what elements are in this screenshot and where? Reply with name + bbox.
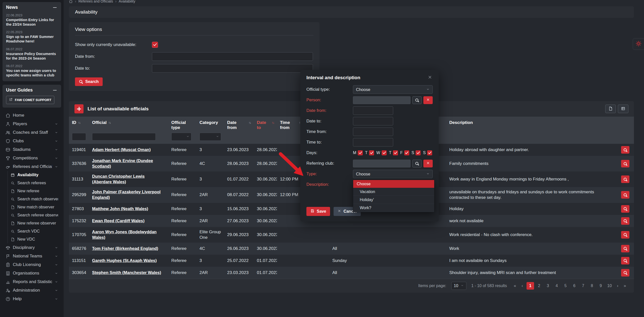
news-item[interactable]: 06.07.2022 You can now assign users to s… [3,62,61,79]
row-detail-button[interactable] [621,175,629,183]
column-header-date-from[interactable]: Date from ↑↓ [224,119,254,132]
last-page-button[interactable]: » [622,282,628,290]
sidebar-item-availability[interactable]: Availability [3,171,61,179]
export-file-button[interactable] [605,105,616,113]
add-interval-button[interactable] [74,104,84,113]
sidebar-item-coaches-and-staff[interactable]: Coaches and Staff [3,128,61,137]
row-detail-button[interactable] [621,231,629,239]
news-item[interactable]: 22.05.2023 Sign up to an FAW Summer Road… [3,28,61,45]
type-select[interactable]: Choose [353,170,433,178]
row-detail-button[interactable] [621,257,629,264]
official-link[interactable]: Aaron Wyn Jones (Bodelwyddan Wales) [92,230,156,240]
page-number-1[interactable]: 1 [527,282,534,290]
day-checkbox-s[interactable] [416,150,421,155]
close-button[interactable] [427,74,433,81]
page-number-3[interactable]: 3 [544,282,552,290]
type-option-choose[interactable]: Choose [353,180,434,188]
sidebar-item-new-match-observer[interactable]: New match observer [3,203,61,211]
person-search-button[interactable] [412,96,422,104]
sidebar-item-new-vdc[interactable]: New VDC [3,235,61,243]
sidebar-item-national-teams[interactable]: National Teams [3,252,61,260]
column-header-time-from[interactable]: Time from ↑↓ [277,119,304,132]
show-only-checkbox[interactable] [152,42,158,48]
official-link[interactable]: Duncan Christopher Lewis (Aberdare Wales… [92,174,145,184]
column-header-date-to[interactable]: Date to ↑↓ [254,119,277,132]
row-detail-button[interactable] [621,245,629,252]
day-checkbox-m[interactable] [358,150,363,155]
first-page-button[interactable]: « [512,282,518,290]
modal-date-to-input[interactable] [353,117,393,125]
row-detail-button[interactable] [621,146,629,154]
official-link[interactable]: Adam Herbert (Muscat Oman) [92,147,151,152]
person-input[interactable] [353,96,411,104]
day-checkbox-s[interactable] [427,150,432,155]
news-item[interactable]: 06.07.2022 Insurance Policy Documents fo… [3,46,61,62]
person-clear-button[interactable] [423,96,433,104]
type-option-vacation[interactable]: Vacation [353,188,434,196]
official-type-filter-select[interactable] [171,133,191,141]
page-number-6[interactable]: 6 [571,282,578,290]
date-from-input[interactable] [152,52,313,61]
day-checkbox-t[interactable] [393,150,398,155]
column-header[interactable]: ↑↓ [616,119,634,132]
official-link[interactable]: John Palmer (Fazakerley Liverpool Englan… [92,190,160,200]
sidebar-item-search-match-observers[interactable]: Search match observers [3,195,61,203]
day-checkbox-w[interactable] [382,150,387,155]
row-detail-button[interactable] [621,205,629,213]
sidebar-item-help[interactable]: Help [3,295,61,303]
referring-club-clear-button[interactable] [423,160,433,167]
type-option-holiday[interactable]: Holiday' [353,196,434,204]
column-settings-button[interactable] [618,105,628,113]
news-collapse-button[interactable] [53,6,58,9]
prev-page-button[interactable]: ‹ [519,282,525,290]
date-to-input[interactable] [152,64,313,73]
sidebar-item-search-referees[interactable]: Search referees [3,179,61,187]
sidebar-item-search-vdc[interactable]: Search VDC [3,227,61,235]
column-header-official-type[interactable]: Official type ↑↓ [168,119,196,132]
official-filter-input[interactable] [92,133,156,141]
official-link[interactable]: Stephen Smith (Manchester Wales) [92,270,161,275]
sidebar-item-club-licensing[interactable]: Club Licensing [3,260,61,269]
official-link[interactable]: Tom Fisher (Birkenhead England) [92,246,158,251]
sidebar-item-competitions[interactable]: Competitions [3,154,61,162]
row-detail-button[interactable] [621,217,629,225]
sidebar-item-stadiums[interactable]: Stadiums [3,145,61,154]
home-icon[interactable] [69,0,73,3]
sidebar-item-new-referee-observer[interactable]: New referee observer [3,219,61,227]
row-detail-button[interactable] [621,269,629,277]
column-header-id[interactable]: ID ↑↓ [69,119,89,132]
official-type-select[interactable]: Choose [353,85,433,94]
page-number-5[interactable]: 5 [562,282,569,290]
news-item[interactable]: 22.06.2023 Competition Entry Links for t… [3,12,61,28]
official-link[interactable]: Jonathan Mark Ervine (Dundee Scotland) [92,158,153,168]
id-filter-input[interactable] [72,133,86,141]
row-detail-button[interactable] [621,160,629,167]
referring-club-search-button[interactable] [412,160,422,167]
sidebar-item-clubs[interactable]: Clubs [3,137,61,145]
sidebar-item-home[interactable]: Home [3,111,61,120]
settings-flyout-button[interactable] [633,38,644,50]
referring-club-input[interactable] [353,160,411,167]
search-button[interactable]: Search [75,77,103,86]
save-button[interactable]: Save [306,207,330,216]
sidebar-item-organisations[interactable]: Organisations [3,269,61,278]
day-checkbox-f[interactable] [404,150,409,155]
faw-comet-support-button[interactable]: FAW COMET SUPPORT [6,96,54,104]
items-per-page-select[interactable]: 10 [451,282,466,290]
type-option-work[interactable]: Work? [353,204,434,212]
page-number-4[interactable]: 4 [553,282,560,290]
sidebar-item-players[interactable]: Players [3,120,61,128]
page-number-2[interactable]: 2 [535,282,543,290]
sidebar-item-reports-and-statistics[interactable]: Reports and Statistics [3,278,61,286]
breadcrumb-referees[interactable]: Referees and Officials [78,0,113,3]
user-guides-collapse-button[interactable] [53,88,58,92]
column-header-description[interactable]: Description ↑↓ [446,119,616,132]
time-to-input[interactable] [353,138,393,147]
official-link[interactable]: Gareth Hughes (St.Asaph Wales) [92,258,157,263]
page-number-9[interactable]: 9 [597,282,605,290]
official-link[interactable]: Ewan Reed (Cardiff Wales) [92,218,144,223]
modal-date-from-input[interactable] [353,106,393,115]
sidebar-item-administration[interactable]: Administration [3,286,61,295]
sidebar-item-disciplinary[interactable]: Disciplinary [3,243,61,252]
page-number-10[interactable]: 10 [606,282,613,290]
